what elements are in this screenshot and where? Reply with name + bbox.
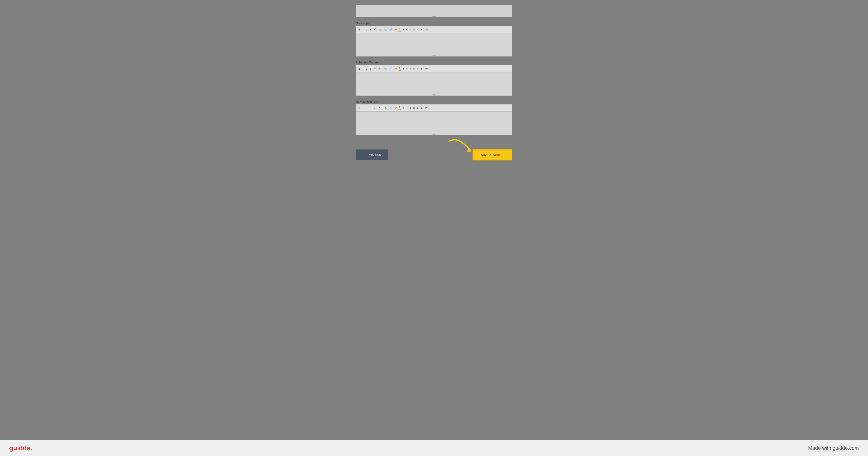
bullet-btn-join[interactable]: • xyxy=(406,106,408,110)
align-btn-outline[interactable]: ≡ xyxy=(412,28,415,31)
list-btn-join[interactable]: ≡ xyxy=(409,106,411,110)
superscript-btn-outline[interactable]: X2 xyxy=(373,28,377,31)
bold-btn-join[interactable]: B xyxy=(358,106,361,110)
resize-handle[interactable] xyxy=(432,16,436,17)
italic-btn-outline[interactable]: I xyxy=(362,28,364,31)
color-a-join: A xyxy=(399,106,401,110)
clip-btn-join[interactable]: 📎 xyxy=(383,106,388,110)
schedule-text-body[interactable] xyxy=(356,73,512,95)
align3-btn-schedule[interactable]: ▾ xyxy=(420,67,423,70)
dot-btn-schedule[interactable]: ▾ xyxy=(402,67,405,70)
align3-btn-join[interactable]: ▾ xyxy=(420,106,423,110)
footer: guidde. Made with guidde.com xyxy=(0,440,868,456)
link-btn-join[interactable]: 🔗 xyxy=(389,106,393,110)
align2-btn-join[interactable]: ≡ xyxy=(416,106,419,110)
code-btn-schedule[interactable]: </> xyxy=(424,67,429,70)
schedule-text-editor: B I U S X2 X2 📎 🔗 ↩ A ▾ • ≡ ≡ ≡ ▾ </> xyxy=(356,65,512,96)
button-row: ← Previous Save & Next → xyxy=(356,149,512,161)
schedule-text-toolbar: B I U S X2 X2 📎 🔗 ↩ A ▾ • ≡ ≡ ≡ ▾ </> xyxy=(356,65,512,73)
unlink-btn-outline[interactable]: ↩ xyxy=(394,28,398,31)
superscript-btn-schedule[interactable]: X2 xyxy=(373,67,377,70)
save-next-button[interactable]: Save & Next → xyxy=(472,149,512,161)
dot-btn-outline[interactable]: ▾ xyxy=(402,28,405,31)
link-btn-schedule[interactable]: 🔗 xyxy=(389,67,393,70)
color-a-outline: A xyxy=(399,27,401,32)
how-to-join-section: How To Join (en) B I U S X2 X2 📎 🔗 ↩ A ▾… xyxy=(356,100,512,135)
strikethrough-btn-join[interactable]: S xyxy=(369,106,372,110)
subscript-btn-join[interactable]: X2 xyxy=(378,106,382,110)
align2-btn-schedule[interactable]: ≡ xyxy=(416,67,419,70)
link-btn-outline[interactable]: 🔗 xyxy=(389,28,393,31)
underline-btn-schedule[interactable]: U xyxy=(365,67,368,70)
subscript-btn-schedule[interactable]: X2 xyxy=(378,67,382,70)
list-btn-outline[interactable]: ≡ xyxy=(409,28,411,31)
bullet-btn-outline[interactable]: • xyxy=(406,28,408,31)
clip-btn-schedule[interactable]: 📎 xyxy=(383,67,388,70)
underline-btn-outline[interactable]: U xyxy=(365,28,368,31)
dot-btn-join[interactable]: ▾ xyxy=(402,106,405,110)
superscript-btn-join[interactable]: X2 xyxy=(373,106,377,110)
top-editor-partial xyxy=(356,5,512,17)
outline-editor: B I U S X2 X2 📎 🔗 ↩ A ▾ • ≡ ≡ ≡ ▾ </> xyxy=(356,26,512,57)
bold-btn-outline[interactable]: B xyxy=(358,28,361,31)
how-to-join-editor: B I U S X2 X2 📎 🔗 ↩ A ▾ • ≡ ≡ ≡ ▾ </> xyxy=(356,104,512,135)
italic-btn-join[interactable]: I xyxy=(362,106,364,110)
footer-tagline: Made with guidde.com xyxy=(808,445,859,451)
code-btn-join[interactable]: </> xyxy=(424,106,429,110)
align3-btn-outline[interactable]: ▾ xyxy=(420,28,423,31)
list-btn-schedule[interactable]: ≡ xyxy=(409,67,411,70)
outline-toolbar: B I U S X2 X2 📎 🔗 ↩ A ▾ • ≡ ≡ ≡ ▾ </> xyxy=(356,26,512,33)
align-btn-schedule[interactable]: ≡ xyxy=(412,67,415,70)
unlink-btn-schedule[interactable]: ↩ xyxy=(394,67,398,70)
form-container: Outline (en) B I U S X2 X2 📎 🔗 ↩ A ▾ • ≡… xyxy=(356,5,512,135)
main-content: Outline (en) B I U S X2 X2 📎 🔗 ↩ A ▾ • ≡… xyxy=(0,0,868,440)
how-to-join-body[interactable] xyxy=(356,112,512,135)
how-to-join-label: How To Join (en) xyxy=(356,100,512,103)
arrow-annotation xyxy=(447,138,476,157)
italic-btn-schedule[interactable]: I xyxy=(362,67,364,70)
strikethrough-btn-schedule[interactable]: S xyxy=(369,67,372,70)
bold-btn-schedule[interactable]: B xyxy=(358,67,361,70)
outline-resize[interactable] xyxy=(432,55,436,56)
clip-btn-outline[interactable]: 📎 xyxy=(383,28,388,31)
previous-button[interactable]: ← Previous xyxy=(356,149,389,160)
underline-btn-join[interactable]: U xyxy=(365,106,368,110)
code-btn-outline[interactable]: </> xyxy=(424,28,429,31)
footer-logo: guidde. xyxy=(9,445,32,452)
color-a-schedule: A xyxy=(399,67,401,71)
strikethrough-btn-outline[interactable]: S xyxy=(369,28,372,31)
svg-marker-0 xyxy=(467,148,472,152)
align-btn-join[interactable]: ≡ xyxy=(412,106,415,110)
subscript-btn-outline[interactable]: X2 xyxy=(378,27,382,31)
how-to-join-toolbar: B I U S X2 X2 📎 🔗 ↩ A ▾ • ≡ ≡ ≡ ▾ </> xyxy=(356,105,512,112)
schedule-text-resize[interactable] xyxy=(432,94,436,95)
outline-section: Outline (en) B I U S X2 X2 📎 🔗 ↩ A ▾ • ≡… xyxy=(356,22,512,57)
unlink-btn-join[interactable]: ↩ xyxy=(394,106,398,110)
align2-btn-outline[interactable]: ≡ xyxy=(416,28,419,31)
schedule-text-label: Schedule Text (en) xyxy=(356,61,512,64)
how-to-join-resize[interactable] xyxy=(432,134,436,135)
outline-label: Outline (en) xyxy=(356,22,512,25)
bullet-btn-schedule[interactable]: • xyxy=(406,67,408,70)
outline-body[interactable] xyxy=(356,33,512,56)
schedule-text-section: Schedule Text (en) B I U S X2 X2 📎 🔗 ↩ A… xyxy=(356,61,512,96)
